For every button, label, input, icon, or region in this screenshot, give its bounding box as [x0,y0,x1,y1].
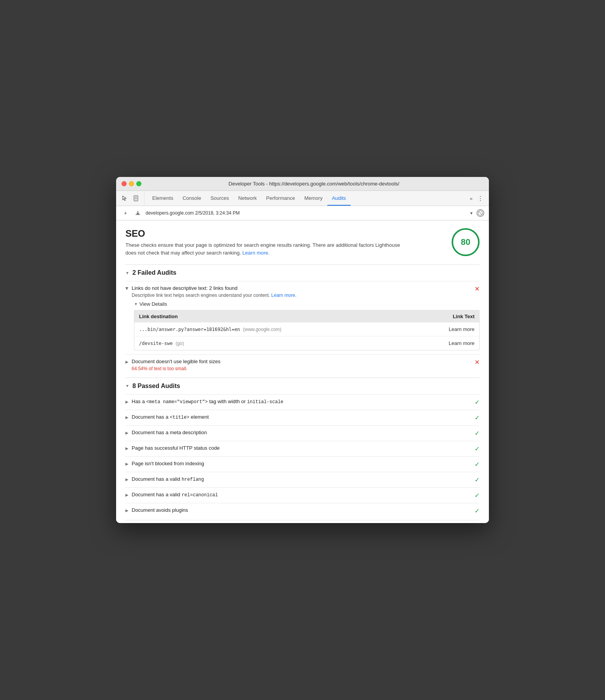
audit-fonts-content: Document doesn't use legible font sizes … [132,359,221,372]
seo-score: 80 [452,228,480,256]
audit-title-pass-icon: ✓ [475,414,480,421]
audit-row-hreflang: ▶ Document has a valid hreflang ✓ [125,476,480,483]
links-details-table: Link destination Link Text ...bin/answer… [134,310,480,350]
tab-memory[interactable]: Memory [300,191,327,206]
audit-item-http: ▶ Page has successful HTTP status code ✓ [125,441,480,456]
audit-canonical-title: Document has a valid rel=canonical [132,492,218,498]
audit-fonts-error: 64.54% of text is too small. [132,366,221,372]
audit-http-title: Page has successful HTTP status code [132,445,220,451]
manual-checks-header: ▼ Additional items to manually check [125,520,480,523]
audit-row-title: ▶ Document has a <title> element ✓ [125,414,480,421]
audit-meta-desc-toggle[interactable]: ▶ [125,431,129,435]
titlebar: Developer Tools - https://developers.goo… [116,177,489,191]
audit-left-indexing: ▶ Page isn't blocked from indexing [125,461,475,466]
maximize-button[interactable] [136,181,141,186]
download-button[interactable] [133,208,143,218]
audit-row-plugins: ▶ Document avoids plugins ✓ [125,507,480,515]
audit-title-toggle[interactable]: ▶ [125,415,129,419]
svg-point-2 [136,200,136,201]
audit-hreflang-pass-icon: ✓ [475,476,480,483]
manual-checks-section: ▼ Additional items to manually check Run… [125,520,480,523]
url-dropdown-button[interactable]: ▼ [469,211,473,215]
audit-links-content: Links do not have descriptive text: 2 li… [132,285,296,299]
audit-left-plugins: ▶ Document avoids plugins [125,507,475,513]
audit-plugins-title: Document avoids plugins [132,507,188,513]
mobile-icon[interactable] [131,193,141,203]
audit-plugins-toggle[interactable]: ▶ [125,508,129,513]
audit-hreflang-title: Document has a valid hreflang [132,476,204,482]
devtools-window: Developer Tools - https://developers.goo… [116,177,489,523]
cursor-icon[interactable] [119,193,129,203]
minimize-button[interactable] [129,181,134,186]
audit-item-title: ▶ Document has a <title> element ✓ [125,410,480,425]
link-dest-1: ...bin/answer.py?answer=181692&hl=en (ww… [134,322,414,336]
audit-canonical-pass-icon: ✓ [475,492,480,499]
audit-left-http: ▶ Page has successful HTTP status code [125,445,475,451]
audit-item-fonts: ▶ Document doesn't use legible font size… [125,354,480,376]
audit-row-meta-desc: ▶ Document has a meta description ✓ [125,430,480,437]
audit-fonts-fail-icon: ✕ [475,359,480,366]
audit-meta-desc-pass-icon: ✓ [475,430,480,437]
audit-fonts-toggle[interactable]: ▶ [125,360,129,364]
tab-console[interactable]: Console [178,191,206,206]
more-tabs-button[interactable]: » [468,191,475,206]
passed-audits-toggle[interactable]: ▼ [125,384,129,388]
audit-links-fail-icon: ✕ [475,285,480,293]
audit-hreflang-toggle[interactable]: ▶ [125,477,129,482]
audit-http-toggle[interactable]: ▶ [125,446,129,450]
audit-item-viewport: ▶ Has a <meta name="viewport"> tag with … [125,394,480,410]
col-link-dest: Link destination [134,310,414,322]
seo-header: SEO These checks ensure that your page i… [125,228,480,256]
audit-item-links: ▶ Links do not have descriptive text: 2 … [125,281,480,354]
audit-viewport-pass-icon: ✓ [475,399,480,406]
view-details-arrow: ▼ [134,302,138,306]
close-button[interactable] [122,181,127,186]
tab-sources[interactable]: Sources [206,191,234,206]
audit-left-links: ▶ Links do not have descriptive text: 2 … [125,285,475,299]
toolbar: Elements Console Sources Network Perform… [116,191,489,206]
audit-indexing-title: Page isn't blocked from indexing [132,461,204,466]
svg-rect-1 [135,196,137,199]
addressbar: + developers.google.com 2/5/2018, 3:24:3… [116,206,489,220]
tab-network[interactable]: Network [234,191,262,206]
link-text-1: Learn more [414,322,479,336]
new-tab-button[interactable]: + [121,208,130,218]
view-details-toggle[interactable]: ▼ View Details [134,301,480,307]
content-area: SEO These checks ensure that your page i… [116,220,489,523]
passed-audits-header: ▼ 8 Passed Audits [125,378,480,394]
audit-fonts-title: Document doesn't use legible font sizes [132,359,221,364]
audit-meta-desc-title: Document has a meta description [132,430,207,435]
audit-indexing-pass-icon: ✓ [475,461,480,468]
link-dest-2: /devsite-swe (go) [134,336,414,350]
audit-row-viewport: ▶ Has a <meta name="viewport"> tag with … [125,399,480,406]
devtools-menu-button[interactable]: ⋮ [475,191,486,206]
audit-title-text: Document has a <title> element [132,414,209,420]
audit-row-http: ▶ Page has successful HTTP status code ✓ [125,445,480,452]
audit-plugins-pass-icon: ✓ [475,507,480,515]
link-text-2: Learn more [414,336,479,350]
failed-audits-header: ▼ 2 Failed Audits [125,264,480,281]
audit-http-pass-icon: ✓ [475,445,480,452]
audit-left-meta-desc: ▶ Document has a meta description [125,430,475,435]
traffic-lights [122,181,141,186]
audit-canonical-toggle[interactable]: ▶ [125,493,129,497]
table-row: ...bin/answer.py?answer=181692&hl=en (ww… [134,322,479,336]
block-icon [476,209,484,217]
audit-links-sub: Descriptive link text helps search engin… [132,292,296,299]
audit-links-learn-more[interactable]: Learn more [271,293,295,298]
audit-item-indexing: ▶ Page isn't blocked from indexing ✓ [125,456,480,472]
tab-elements[interactable]: Elements [148,191,178,206]
seo-title: SEO [125,228,405,239]
audit-left-viewport: ▶ Has a <meta name="viewport"> tag with … [125,399,475,405]
tabs: Elements Console Sources Network Perform… [148,191,468,206]
audit-row-indexing: ▶ Page isn't blocked from indexing ✓ [125,461,480,468]
seo-learn-more-link[interactable]: Learn more [242,250,268,256]
failed-audits-toggle[interactable]: ▼ [125,271,129,275]
audit-links-toggle[interactable]: ▶ [125,287,129,290]
passed-audits-section: ▼ 8 Passed Audits ▶ Has a <meta name="vi… [125,378,480,518]
tab-audits[interactable]: Audits [327,191,351,206]
audit-item-canonical: ▶ Document has a valid rel=canonical ✓ [125,487,480,503]
tab-performance[interactable]: Performance [261,191,299,206]
audit-viewport-toggle[interactable]: ▶ [125,400,129,404]
audit-indexing-toggle[interactable]: ▶ [125,462,129,466]
